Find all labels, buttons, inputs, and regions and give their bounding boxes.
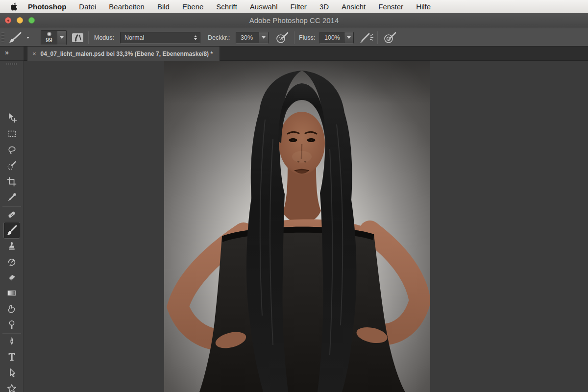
menu-filter[interactable]: Filter	[284, 0, 313, 13]
window-title: Adobe Photoshop CC 2014	[0, 13, 588, 28]
tool-quick-select[interactable]	[4, 158, 20, 173]
tool-crop[interactable]	[4, 174, 20, 190]
tool-path-select[interactable]	[4, 365, 20, 381]
flow-value: 100%	[320, 34, 344, 41]
document-tab[interactable]: × 04_07_licht_malen.psd bei 33,3% (Ebene…	[27, 47, 220, 61]
flow-widget[interactable]: 100%	[319, 29, 354, 46]
mode-value: Normal	[124, 34, 144, 41]
tool-pen[interactable]	[4, 333, 20, 349]
opacity-label: Deckkr.:	[208, 34, 230, 41]
tool-eraser[interactable]	[4, 270, 20, 285]
collapse-panels-icon: »	[5, 49, 9, 56]
pressure-size-toggle[interactable]	[383, 29, 397, 46]
apple-menu-icon[interactable]	[7, 2, 22, 11]
menu-datei[interactable]: Datei	[73, 0, 102, 13]
tool-brush[interactable]	[4, 222, 20, 238]
brush-panel-toggle[interactable]	[71, 29, 84, 46]
tool-custom-shape[interactable]	[4, 381, 20, 392]
menu-fenster[interactable]: Fenster	[372, 0, 410, 13]
canvas-document[interactable]	[164, 61, 430, 392]
tool-eyedropper[interactable]	[4, 190, 20, 205]
opacity-widget[interactable]: 30%	[236, 29, 269, 46]
portrait-photo	[164, 61, 430, 392]
tool-lasso[interactable]	[4, 142, 20, 158]
close-tab-icon[interactable]: ×	[32, 50, 36, 57]
updown-arrows-icon	[194, 35, 197, 40]
options-bar: 99 Modus: Normal Deckkr.: 30%	[0, 28, 588, 47]
menu-ebene[interactable]: Ebene	[176, 0, 210, 13]
tool-move[interactable]	[4, 110, 20, 125]
airbrush-toggle[interactable]	[359, 29, 374, 46]
mode-select[interactable]: Normal	[120, 29, 200, 46]
tool-healing-brush[interactable]	[4, 207, 20, 222]
airbrush-icon	[359, 31, 374, 44]
opacity-dropdown-button[interactable]	[259, 32, 268, 43]
brush-size-value: 99	[41, 37, 57, 44]
menu-hilfe[interactable]: Hilfe	[410, 0, 437, 13]
pressure-size-icon	[383, 31, 397, 44]
tools-panel: »	[0, 47, 24, 392]
toolbar-grip[interactable]	[6, 63, 17, 65]
options-bar-grip[interactable]	[1, 32, 4, 43]
menu-photoshop[interactable]: Photoshop	[22, 0, 73, 13]
macos-menubar: Photoshop Datei Bearbeiten Bild Ebene Sc…	[0, 0, 588, 13]
brush-panel-icon	[71, 32, 84, 44]
menu-ansicht[interactable]: Ansicht	[335, 0, 372, 13]
opacity-value: 30%	[236, 34, 259, 41]
mode-label: Modus:	[94, 34, 114, 41]
tool-smudge[interactable]	[4, 301, 20, 317]
brush-tip-preview	[47, 32, 51, 36]
tool-clone-stamp[interactable]	[4, 239, 20, 254]
collapse-panels-button[interactable]: »	[0, 47, 24, 61]
menu-auswahl[interactable]: Auswahl	[244, 0, 284, 13]
brush-size-dropdown-button[interactable]	[57, 31, 66, 45]
menu-bearbeiten[interactable]: Bearbeiten	[102, 0, 151, 13]
brush-size-widget[interactable]: 99	[41, 29, 67, 46]
tool-preset-picker[interactable]	[8, 29, 29, 46]
menu-bild[interactable]: Bild	[151, 0, 176, 13]
pressure-opacity-icon	[275, 31, 289, 44]
tool-history-brush[interactable]	[4, 254, 20, 270]
tool-type[interactable]	[4, 349, 20, 365]
tool-gradient[interactable]	[4, 285, 20, 301]
pressure-opacity-toggle[interactable]	[275, 29, 289, 46]
brush-preset-icon	[8, 31, 23, 44]
menu-schrift[interactable]: Schrift	[210, 0, 244, 13]
document-tab-title: 04_07_licht_malen.psd bei 33,3% (Ebene 7…	[41, 50, 213, 57]
menu-3d[interactable]: 3D	[313, 0, 335, 13]
tool-dodge[interactable]	[4, 317, 20, 332]
document-tab-bar: × 04_07_licht_malen.psd bei 33,3% (Ebene…	[24, 47, 588, 61]
chevron-down-icon	[26, 37, 29, 39]
tool-marquee[interactable]	[4, 126, 20, 142]
flow-dropdown-button[interactable]	[344, 32, 353, 43]
window-titlebar: Adobe Photoshop CC 2014	[0, 13, 588, 28]
flow-label: Fluss:	[299, 34, 315, 41]
